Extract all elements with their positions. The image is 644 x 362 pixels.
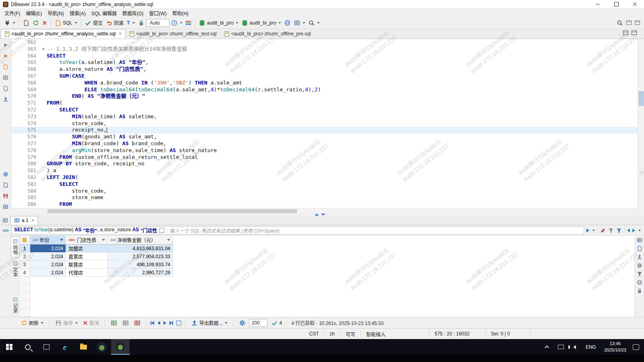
cell[interactable]: 加盟店 — [66, 245, 108, 253]
cell[interactable]: 2,024 — [30, 245, 66, 253]
column-header-0[interactable]: 123年份 — [30, 236, 66, 245]
export-data-button[interactable]: 导出数据... — [190, 319, 229, 327]
duplicate-row-button[interactable] — [121, 319, 130, 327]
cell[interactable]: 2,990,727.29 — [108, 269, 173, 277]
tray-expand-button[interactable] — [541, 339, 554, 355]
results-view-tab-1[interactable]: 文本 — [11, 259, 19, 279]
execute-script-button[interactable] — [2, 63, 9, 70]
column-dropdown-icon[interactable] — [167, 239, 170, 241]
task-view-button[interactable] — [37, 339, 56, 355]
minimize-editor-icon[interactable] — [623, 31, 628, 35]
transaction-mode-button[interactable] — [125, 19, 136, 27]
code-line[interactable]: 577 MIN(brand_code) AS brand_code, — [11, 140, 638, 147]
expand-filter-icon[interactable] — [159, 228, 164, 233]
lock-button[interactable] — [136, 19, 146, 27]
aggregate-panel-icon[interactable] — [637, 254, 642, 260]
row-number[interactable]: 2 — [19, 253, 30, 261]
commit-button[interactable]: 提交 — [83, 19, 104, 27]
fetch-size-input[interactable]: 200 — [249, 319, 268, 327]
taskbar-clock[interactable]: 13:45 2025/10/23 — [600, 341, 630, 354]
scrollbar-thumb[interactable] — [47, 209, 297, 213]
execute-statement-button[interactable] — [2, 52, 9, 60]
row-number[interactable] — [19, 301, 30, 309]
filter-input[interactable]: SELECT toYear(a.saletime) AS "年份", a.sto… — [11, 226, 584, 234]
history-back-icon[interactable] — [627, 228, 630, 232]
menu-item-4[interactable]: SQL 编辑器 — [89, 9, 120, 17]
column-header-1[interactable]: ABC门店性质 — [66, 236, 108, 245]
tab-close-icon[interactable]: × — [31, 218, 34, 223]
volume-tray-icon[interactable] — [568, 339, 582, 355]
cell[interactable]: 2,024 — [30, 253, 66, 261]
last-row-button[interactable] — [169, 321, 173, 325]
cell[interactable]: 直营店 — [66, 253, 108, 261]
tab-close-icon[interactable]: × — [119, 31, 122, 37]
code-line[interactable]: 584 store_code, — [11, 188, 638, 195]
chevron-down-icon[interactable] — [638, 230, 641, 231]
column-dropdown-icon[interactable] — [102, 239, 105, 241]
caret-position-indicator[interactable]: 575 : 20 : 16032 — [429, 330, 486, 337]
grid-corner-cell[interactable] — [19, 236, 30, 245]
scrollbar-thumb[interactable] — [639, 91, 644, 106]
clear-filter-icon[interactable] — [600, 228, 606, 233]
new-sql-editor-button[interactable]: SQL — [53, 19, 79, 27]
menu-item-2[interactable]: 导航(N) — [45, 9, 67, 17]
code-line[interactable]: 579 FROM custom_offline_sale_return_sett… — [11, 154, 638, 161]
cell[interactable]: 2,024 — [30, 269, 66, 277]
code-line[interactable]: 564SELECT — [11, 53, 638, 60]
editor-tab-1[interactable]: <audit_bi_pro> zhumr_offline_test.sql — [126, 29, 221, 39]
cell[interactable]: 2,577,904,023.33 — [108, 253, 173, 261]
table-row[interactable]: 32,024联营店496,109,933.74 — [19, 261, 634, 269]
column-header-2[interactable]: 123净销售金额（元） — [108, 236, 173, 245]
menu-item-5[interactable]: 数据库(D) — [120, 9, 147, 17]
export-from-query-button[interactable] — [2, 181, 9, 189]
code-line[interactable]: 583 SELECT — [11, 181, 638, 188]
cell[interactable]: 4,610,663,631.04 — [108, 245, 173, 253]
code-line[interactable]: 586 FROM — [11, 201, 638, 208]
abort-button[interactable] — [41, 20, 49, 26]
quick-search-icon[interactable] — [617, 20, 623, 26]
ie-button[interactable]: e — [56, 339, 74, 355]
metadata-panel-icon[interactable] — [637, 246, 642, 251]
filter-history-icon[interactable] — [592, 230, 595, 231]
code-line[interactable]: 571FROM( — [11, 100, 638, 107]
menu-item-0[interactable]: 文件(F) — [2, 9, 23, 17]
commit-mode-combo[interactable]: Auto — [146, 19, 169, 27]
filters-menu-icon[interactable] — [616, 228, 622, 233]
script-log-button[interactable] — [2, 85, 9, 92]
code-line[interactable]: 572 SELECT — [11, 107, 638, 113]
code-line[interactable]: 569 ELSE toDecimal64(toDecimal64(a.sale_… — [11, 86, 638, 93]
fetch-all-button[interactable] — [176, 321, 181, 325]
menu-item-1[interactable]: 编辑(E) — [23, 9, 45, 17]
row-number[interactable]: 1 — [19, 245, 30, 253]
editor-tab-0[interactable]: <audit_bi_pro> zhumr_offline_analysis_se… — [1, 29, 126, 39]
edit-filter-icon[interactable] — [608, 228, 614, 233]
sql-editor[interactable]: 562563⊖-- 1.1.3.2 线下按门店性质关联原单统计24年净销售金额5… — [11, 39, 638, 208]
row-number[interactable]: 4 — [19, 269, 30, 277]
add-row-button[interactable] — [109, 319, 119, 327]
close-button[interactable] — [625, 0, 644, 9]
code-line[interactable]: 585 store_name — [11, 194, 638, 201]
connection-selector[interactable]: audit_bi_pro — [197, 19, 240, 27]
minimize-button[interactable] — [588, 0, 607, 9]
open-perspective-icon[interactable] — [626, 21, 632, 25]
network-tray-icon[interactable] — [554, 339, 568, 355]
collapse-down-icon[interactable] — [321, 214, 325, 216]
pin-panel-icon[interactable] — [637, 288, 642, 294]
code-line[interactable]: 570 END) AS "净销售金额（元）" — [11, 93, 638, 100]
network-button[interactable] — [283, 19, 292, 27]
output-panel-button[interactable] — [2, 96, 9, 103]
start-button[interactable] — [0, 339, 19, 355]
file-explorer-button[interactable] — [74, 339, 93, 355]
open-in-grid-button[interactable] — [2, 203, 9, 210]
results-tab[interactable]: a 1 × — [10, 216, 38, 225]
code-line[interactable]: 563⊖-- 1.1.3.2 线下按门店性质关联原单统计24年净销售金额 — [11, 46, 638, 53]
fold-marker[interactable]: ⊖ — [40, 46, 47, 53]
column-dropdown-icon[interactable] — [60, 239, 63, 241]
explain-plan-button[interactable] — [2, 74, 9, 81]
calc-panel-icon[interactable] — [637, 263, 642, 268]
menu-item-3[interactable]: 搜索(A) — [67, 9, 89, 17]
cell[interactable]: 496,109,933.74 — [108, 261, 173, 269]
code-line[interactable]: 565 toYear(a.saletime) AS "年份", — [11, 59, 638, 66]
cell[interactable]: 代理店 — [66, 269, 108, 277]
row-number[interactable] — [19, 277, 30, 285]
